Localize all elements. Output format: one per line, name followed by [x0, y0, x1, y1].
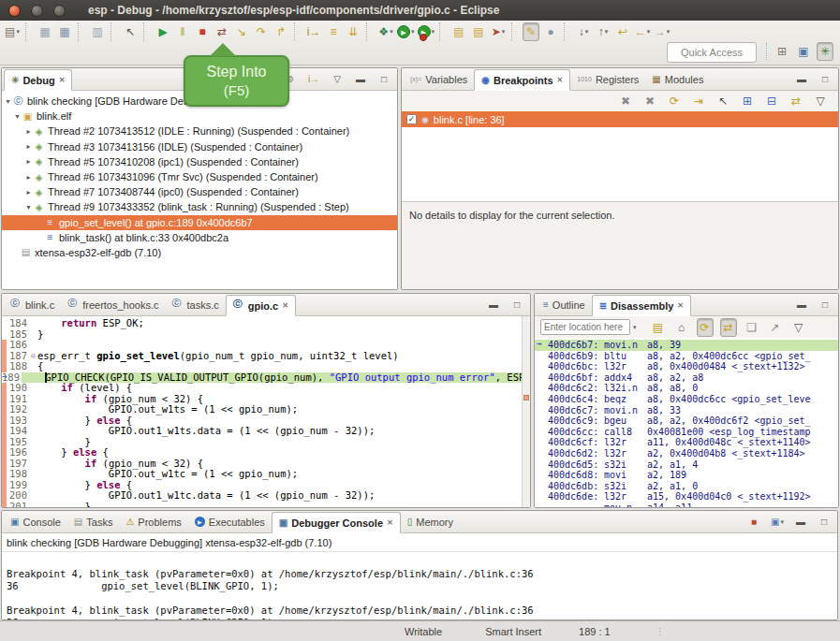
combo-dropdown-icon[interactable]: ▾: [633, 324, 637, 331]
close-icon[interactable]: ✕: [59, 76, 66, 84]
tab-freertos-hooks-c[interactable]: ⓒ freertos_hooks.c: [61, 294, 165, 315]
tab-outline[interactable]: ≡ Outline: [537, 294, 592, 315]
skip-all-breakpoints-button[interactable]: ↖: [122, 22, 139, 41]
save-as-button[interactable]: ▥: [89, 22, 106, 41]
tab-registers[interactable]: 1010 Registers: [570, 68, 645, 90]
fold-icon[interactable]: [29, 383, 37, 394]
breakpoint-item[interactable]: ✓ ◉ blink.c [line: 36]: [402, 111, 838, 127]
debug-perspective-button[interactable]: ✳: [817, 42, 833, 61]
tab-disassembly[interactable]: ≣ Disassembly ✕: [592, 295, 691, 316]
code-line[interactable]: 185 }: [2, 329, 522, 341]
maximize-button[interactable]: □: [508, 298, 525, 313]
open-type-button[interactable]: ●: [542, 22, 559, 41]
run-dropdown-button[interactable]: ▶ ▾: [397, 22, 415, 41]
disconnect-button[interactable]: ⇄: [214, 22, 230, 41]
fold-icon[interactable]: [29, 426, 37, 437]
cpp-perspective-button[interactable]: ▣: [795, 42, 812, 61]
breakpoint-checkbox[interactable]: ✓: [406, 114, 417, 124]
disassembly-row[interactable]: 400dc6db: s32i a2, a1, 0: [535, 481, 838, 492]
tab-executables[interactable]: ▶ Executables: [188, 511, 272, 532]
external-tools-button[interactable]: ➤ ▾: [490, 22, 507, 41]
quick-access-button[interactable]: Quick Access: [667, 42, 757, 63]
step-return-button[interactable]: ↱: [273, 22, 289, 41]
maximize-button[interactable]: □: [816, 515, 833, 530]
open-resource-button[interactable]: ▤: [470, 22, 487, 41]
maximize-button[interactable]: □: [817, 298, 833, 313]
close-icon[interactable]: ✕: [677, 301, 684, 310]
instruction-stepping-mode-button[interactable]: i→: [305, 72, 322, 87]
home-button[interactable]: ⌂: [673, 318, 690, 337]
disassembly-row[interactable]: 400dc6de: l32r a15, 0x400d04c0 <_stext+1…: [535, 491, 838, 503]
close-icon[interactable]: ✕: [282, 301, 288, 310]
suspend-button[interactable]: ‖: [174, 22, 191, 41]
close-icon[interactable]: ✕: [557, 76, 564, 84]
expander-icon[interactable]: ▸: [24, 127, 33, 136]
go-to-file-button[interactable]: ⇥: [690, 92, 707, 110]
stack-frame-item[interactable]: ≡ gpio_set_level() at gpio.c:189 0x400dc…: [2, 215, 397, 230]
thread-item[interactable]: ▸ ◈ Thread #6 1073431096 (Tmr Svc) (Susp…: [2, 169, 397, 184]
tab-console[interactable]: ▣ Console: [4, 511, 67, 532]
show-source-button[interactable]: ▤: [650, 318, 667, 337]
debug-dropdown-button[interactable]: ❖ ▾: [377, 22, 394, 41]
thread-item[interactable]: ▾ ◈ Thread #9 1073433352 (blink_task : R…: [2, 199, 397, 214]
save-button[interactable]: ▦: [37, 22, 53, 41]
code-line[interactable]: 187 ⊖ esp_err_t gpio_set_level(gpio_num_…: [2, 351, 522, 362]
window-maximize-button[interactable]: [53, 5, 66, 17]
minimize-button[interactable]: ▬: [793, 298, 810, 313]
thread-item[interactable]: ▸ ◈ Thread #2 1073413512 (IDLE : Running…: [2, 124, 397, 138]
step-filters-button[interactable]: ⇊: [345, 22, 361, 41]
disassembly-row[interactable]: → 400dc6b7: movi.n a8, 39: [535, 340, 838, 351]
view-menu-button[interactable]: ▽: [790, 318, 807, 337]
open-perspective-button[interactable]: ⊞: [774, 42, 790, 61]
tab-gpio-c[interactable]: ⓒ gpio.c ✕: [226, 295, 296, 316]
window-minimize-button[interactable]: [31, 5, 43, 17]
remove-all-breakpoints-button[interactable]: ✖: [641, 92, 658, 110]
disassembly-row[interactable]: 400dc6c9: bgeu a8, a2, 0x400dc6f2 <gpio_…: [535, 415, 838, 427]
instruction-stepping-button[interactable]: i→: [305, 22, 322, 41]
fold-icon[interactable]: [29, 329, 37, 341]
minimize-button[interactable]: ▬: [793, 72, 810, 87]
fold-icon[interactable]: [29, 318, 37, 329]
tab-modules[interactable]: ▦ Modules: [645, 68, 710, 90]
tab-debug[interactable]: ✳ Debug ✕: [4, 69, 72, 91]
minimize-button[interactable]: ▬: [485, 298, 502, 313]
stack-frame-item[interactable]: ≡ blink_task() at blink.c:33 0x400dbc2a: [2, 230, 397, 245]
expander-icon[interactable]: ▸: [24, 173, 33, 182]
code-editor[interactable]: 184 return ESP_OK; 185 } 186: [2, 316, 530, 507]
fold-icon[interactable]: [29, 394, 37, 405]
maximize-button[interactable]: □: [376, 72, 392, 87]
save-all-button[interactable]: ▦: [56, 22, 73, 41]
step-into-button[interactable]: ↘: [233, 22, 250, 41]
view-menu-button[interactable]: ▽: [329, 72, 346, 87]
code-line[interactable]: 201 }: [2, 502, 522, 508]
expander-icon[interactable]: ▸: [24, 142, 33, 151]
close-icon[interactable]: ✕: [387, 518, 393, 527]
maximize-button[interactable]: □: [817, 72, 833, 87]
disassembly-row[interactable]: 400dc6c2: l32i.n a8, a8, 0: [535, 383, 838, 394]
pin-view-button[interactable]: ↗: [767, 318, 784, 337]
fold-icon[interactable]: [29, 437, 37, 448]
disassembly-row[interactable]: 400dc6cf: l32r a11, 0x400d048c <_stext+1…: [535, 437, 838, 448]
new-button[interactable]: ▤ ▾: [4, 22, 21, 41]
tab-tasks[interactable]: ▤ Tasks: [67, 511, 120, 532]
fold-icon[interactable]: [29, 480, 37, 491]
resume-button[interactable]: ▶: [155, 22, 171, 41]
window-close-button[interactable]: [8, 5, 21, 17]
minimize-button[interactable]: ▬: [352, 72, 369, 87]
console-output[interactable]: blink checking [GDB Hardware Debugging] …: [2, 533, 837, 619]
disassembly-row[interactable]: 400dc6b9: bltu a8, a2, 0x400dc6cc <gpio_…: [535, 351, 838, 362]
overview-ruler[interactable]: [522, 316, 530, 507]
expander-icon[interactable]: ▾: [24, 203, 33, 211]
terminate-console-button[interactable]: ■: [745, 515, 762, 530]
fold-icon[interactable]: [29, 415, 37, 427]
tab-variables[interactable]: (x)= Variables: [404, 68, 474, 90]
open-new-view-button[interactable]: ❏: [744, 318, 760, 337]
disassembly-row[interactable]: 400dc6c4: beqz a8, 0x400dc6cc <gpio_set_…: [535, 394, 838, 405]
open-element-button[interactable]: ▤: [450, 22, 467, 41]
disassembly-row[interactable]: 400dc6d8: movi a2, 189: [535, 470, 838, 481]
skip-all-breakpoints-toggle[interactable]: ↖: [715, 92, 731, 110]
expander-icon[interactable]: ▾: [4, 97, 12, 106]
tab-memory[interactable]: ▯ Memory: [401, 511, 460, 532]
code-line[interactable]: 184 return ESP_OK;: [2, 318, 522, 329]
profile-dropdown-button[interactable]: ▶ ▾: [418, 22, 435, 41]
